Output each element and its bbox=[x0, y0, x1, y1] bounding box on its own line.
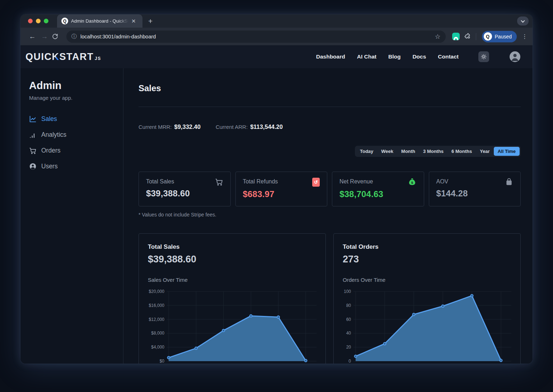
svg-text:$4,000: $4,000 bbox=[151, 345, 164, 350]
charts-grid: Total Sales $39,388.60 Sales Over Time $… bbox=[139, 233, 521, 364]
svg-text:0: 0 bbox=[348, 359, 351, 364]
nav-link-docs[interactable]: Docs bbox=[412, 53, 426, 60]
vpn-extension-icon[interactable] bbox=[452, 33, 460, 40]
stripe-fees-footnote: * Values do not include Stripe fees. bbox=[139, 212, 521, 218]
site-info-icon[interactable]: ⓘ bbox=[71, 33, 77, 40]
total-orders-chart-card: Total Orders 273 Orders Over Time 020406… bbox=[333, 233, 521, 364]
close-window-button[interactable] bbox=[28, 19, 33, 23]
svg-text:$0: $0 bbox=[160, 359, 165, 364]
app-body: Admin Manage your app. Sales Analytics O… bbox=[20, 68, 533, 364]
svg-text:$8,000: $8,000 bbox=[151, 331, 164, 336]
stat-card-total-refunds: Total Refunds ↺ $683.97 bbox=[235, 172, 328, 206]
refund-icon: ↺ bbox=[312, 178, 320, 187]
stat-card-net-revenue: Net Revenue $ $38,704.63 bbox=[332, 172, 424, 206]
url-bar[interactable]: ⓘ localhost:3001/admin-dashboard ☆ bbox=[66, 31, 446, 43]
sun-icon bbox=[481, 54, 487, 60]
chart-subtitle: Orders Over Time bbox=[343, 277, 511, 283]
money-bag-icon: $ bbox=[408, 178, 417, 187]
svg-text:40: 40 bbox=[346, 331, 351, 336]
back-button[interactable]: ← bbox=[28, 33, 37, 41]
range-tab-week[interactable]: Week bbox=[377, 147, 397, 156]
svg-text:$16,000: $16,000 bbox=[149, 303, 165, 308]
new-tab-button[interactable]: + bbox=[148, 17, 153, 25]
stat-label: Total Sales bbox=[146, 178, 174, 185]
stat-label: AOV bbox=[436, 178, 449, 185]
svg-text:$12,000: $12,000 bbox=[149, 317, 165, 322]
admin-sidebar: Admin Manage your app. Sales Analytics O… bbox=[20, 68, 123, 364]
sales-over-time-chart: $0$4,000$8,000$12,000$16,000$20,000 bbox=[148, 287, 317, 364]
orders-over-time-chart: 020406080100 bbox=[343, 287, 511, 364]
nav-link-blog[interactable]: Blog bbox=[388, 53, 400, 60]
chart-total-value: 273 bbox=[343, 254, 511, 265]
browser-window: Q Admin Dashboard - QuickStart ✕ + ← → ⓘ… bbox=[20, 14, 533, 364]
chart-subtitle: Sales Over Time bbox=[148, 277, 317, 283]
tab-close-icon[interactable]: ✕ bbox=[131, 18, 136, 24]
stat-value: $144.28 bbox=[436, 188, 514, 199]
shopping-cart-icon bbox=[29, 147, 37, 154]
range-tab-3-months[interactable]: 3 Months bbox=[419, 147, 447, 156]
time-range-tabs: Today Week Month 3 Months 6 Months Year … bbox=[355, 146, 521, 157]
stat-value: $683.97 bbox=[243, 189, 320, 199]
user-avatar[interactable] bbox=[510, 51, 520, 62]
svg-text:80: 80 bbox=[346, 303, 351, 308]
tab-favicon-icon: Q bbox=[61, 18, 68, 24]
nav-link-ai-chat[interactable]: AI Chat bbox=[357, 53, 376, 60]
nav-link-contact[interactable]: Contact bbox=[438, 53, 459, 60]
window-controls bbox=[20, 19, 57, 23]
arr-value: $113,544.20 bbox=[250, 123, 283, 130]
sidebar-item-label: Users bbox=[41, 163, 58, 170]
chart-title: Total Orders bbox=[343, 243, 511, 251]
mrr-metric: Current MRR: $9,332.40 bbox=[139, 123, 201, 130]
profile-paused-button[interactable]: Q Paused bbox=[482, 31, 517, 42]
range-row: Today Week Month 3 Months 6 Months Year … bbox=[139, 146, 521, 157]
top-nav: Dashboard AI Chat Blog Docs Contact bbox=[316, 51, 520, 62]
range-tab-all-time[interactable]: All Time bbox=[494, 147, 520, 156]
stat-value: $38,704.63 bbox=[339, 189, 417, 199]
sidebar-nav: Sales Analytics Orders Users bbox=[29, 115, 123, 170]
minimize-window-button[interactable] bbox=[36, 19, 41, 23]
browser-tab[interactable]: Q Admin Dashboard - QuickStart ✕ bbox=[57, 14, 142, 28]
tab-search-button[interactable] bbox=[517, 17, 529, 25]
sidebar-subtitle: Manage your app. bbox=[29, 95, 123, 101]
range-tab-month[interactable]: Month bbox=[397, 147, 419, 156]
chart-total-value: $39,388.60 bbox=[148, 254, 317, 265]
range-tab-6-months[interactable]: 6 Months bbox=[447, 147, 476, 156]
sidebar-item-sales[interactable]: Sales bbox=[29, 115, 123, 123]
svg-text:$: $ bbox=[411, 181, 413, 185]
fullscreen-window-button[interactable] bbox=[44, 19, 48, 23]
site-header: QUICKSTARTJS Dashboard AI Chat Blog Docs… bbox=[20, 45, 533, 68]
range-tab-year[interactable]: Year bbox=[476, 147, 493, 156]
stats-grid: Total Sales $39,388.60 Total Refunds ↺ $… bbox=[139, 172, 521, 206]
paused-label: Paused bbox=[495, 34, 512, 39]
user-circle-icon bbox=[29, 163, 37, 170]
sidebar-item-label: Orders bbox=[41, 147, 60, 154]
nav-link-dashboard[interactable]: Dashboard bbox=[316, 53, 345, 60]
stat-label: Total Refunds bbox=[243, 178, 278, 185]
bar-chart-icon bbox=[29, 131, 37, 139]
toolbar-divider bbox=[476, 33, 476, 40]
sidebar-item-users[interactable]: Users bbox=[29, 163, 123, 170]
logo-part2: START bbox=[60, 51, 94, 62]
logo-suffix: JS bbox=[95, 56, 101, 61]
site-logo[interactable]: QUICKSTARTJS bbox=[25, 51, 101, 62]
theme-toggle-button[interactable] bbox=[478, 51, 489, 62]
line-chart-icon bbox=[29, 115, 37, 123]
total-sales-chart-card: Total Sales $39,388.60 Sales Over Time $… bbox=[139, 233, 326, 364]
profile-logo-icon: Q bbox=[484, 32, 492, 41]
reload-button[interactable] bbox=[52, 33, 61, 39]
sidebar-item-label: Analytics bbox=[41, 131, 66, 139]
arr-label: Current ARR: bbox=[216, 124, 248, 130]
tab-title: Admin Dashboard - QuickStart bbox=[71, 18, 128, 24]
url-text[interactable]: localhost:3001/admin-dashboard bbox=[80, 34, 156, 39]
divider bbox=[139, 107, 521, 107]
browser-menu-icon[interactable]: ⋮ bbox=[522, 33, 528, 40]
range-tab-today[interactable]: Today bbox=[356, 147, 377, 156]
sidebar-item-analytics[interactable]: Analytics bbox=[29, 131, 123, 139]
logo-accent: K bbox=[52, 51, 60, 62]
sidebar-item-orders[interactable]: Orders bbox=[29, 147, 123, 154]
bookmark-star-icon[interactable]: ☆ bbox=[435, 33, 440, 41]
mrr-value: $9,332.40 bbox=[174, 123, 201, 130]
svg-text:$20,000: $20,000 bbox=[149, 289, 165, 294]
forward-button[interactable]: → bbox=[40, 33, 49, 41]
extensions-puzzle-icon[interactable] bbox=[464, 33, 471, 40]
